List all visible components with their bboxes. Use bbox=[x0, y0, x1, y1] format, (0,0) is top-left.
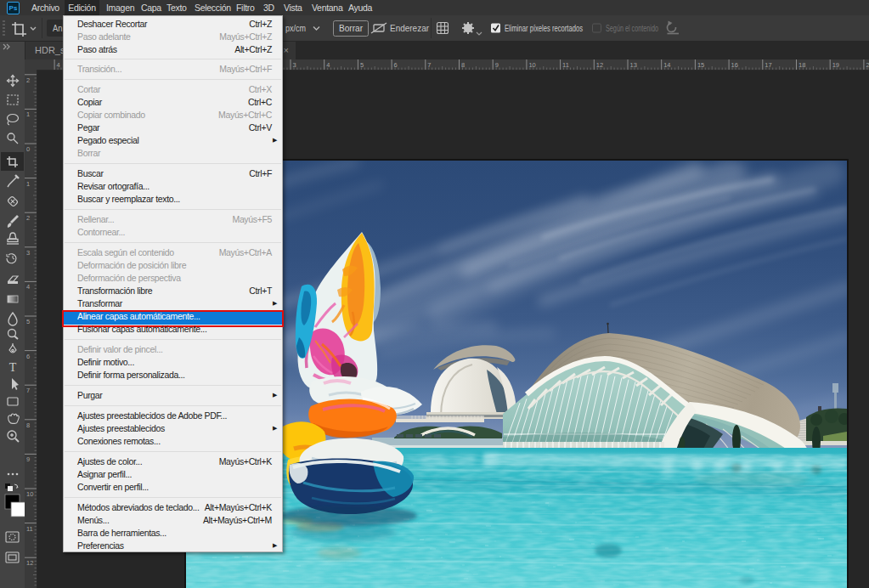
svg-text:1: 1 bbox=[26, 180, 30, 188]
svg-text:5: 5 bbox=[360, 61, 364, 69]
svg-text:Eliminar píxeles recortados: Eliminar píxeles recortados bbox=[505, 24, 583, 33]
svg-text:px/cm: px/cm bbox=[285, 24, 306, 33]
svg-text:2: 2 bbox=[26, 76, 30, 84]
svg-text:4: 4 bbox=[26, 283, 30, 291]
svg-text:17: 17 bbox=[765, 61, 771, 69]
svg-text:12: 12 bbox=[596, 61, 603, 69]
svg-text:18: 18 bbox=[798, 61, 805, 69]
svg-text:10: 10 bbox=[528, 61, 535, 69]
svg-text:1: 1 bbox=[26, 110, 30, 118]
svg-text:6: 6 bbox=[26, 353, 30, 360]
svg-text:Borrar: Borrar bbox=[339, 24, 364, 33]
svg-text:8: 8 bbox=[26, 421, 30, 429]
svg-text:19: 19 bbox=[832, 61, 839, 69]
svg-text:7: 7 bbox=[427, 61, 431, 69]
svg-text:16: 16 bbox=[731, 61, 738, 69]
svg-text:15: 15 bbox=[697, 61, 704, 69]
svg-text:4: 4 bbox=[326, 61, 330, 69]
svg-text:12: 12 bbox=[26, 559, 33, 567]
svg-text:3: 3 bbox=[293, 61, 296, 69]
svg-text:9: 9 bbox=[495, 61, 499, 69]
svg-text:Enderezar: Enderezar bbox=[390, 24, 430, 33]
svg-text:6: 6 bbox=[394, 61, 398, 69]
svg-text:Según el contenido: Según el contenido bbox=[606, 24, 658, 33]
svg-text:11: 11 bbox=[26, 525, 33, 533]
svg-text:10: 10 bbox=[26, 490, 33, 498]
svg-text:3: 3 bbox=[26, 249, 30, 257]
svg-text:8: 8 bbox=[461, 61, 465, 69]
svg-text:T: T bbox=[9, 361, 17, 374]
svg-text:11: 11 bbox=[562, 61, 569, 69]
svg-text:9: 9 bbox=[26, 455, 30, 463]
svg-text:5: 5 bbox=[26, 318, 30, 325]
svg-text:4: 4 bbox=[57, 61, 60, 69]
svg-text:2: 2 bbox=[26, 214, 30, 222]
svg-text:0: 0 bbox=[26, 145, 30, 153]
svg-text:7: 7 bbox=[26, 387, 30, 394]
svg-text:20: 20 bbox=[866, 61, 869, 69]
svg-text:13: 13 bbox=[630, 61, 637, 69]
svg-text:14: 14 bbox=[663, 61, 670, 69]
